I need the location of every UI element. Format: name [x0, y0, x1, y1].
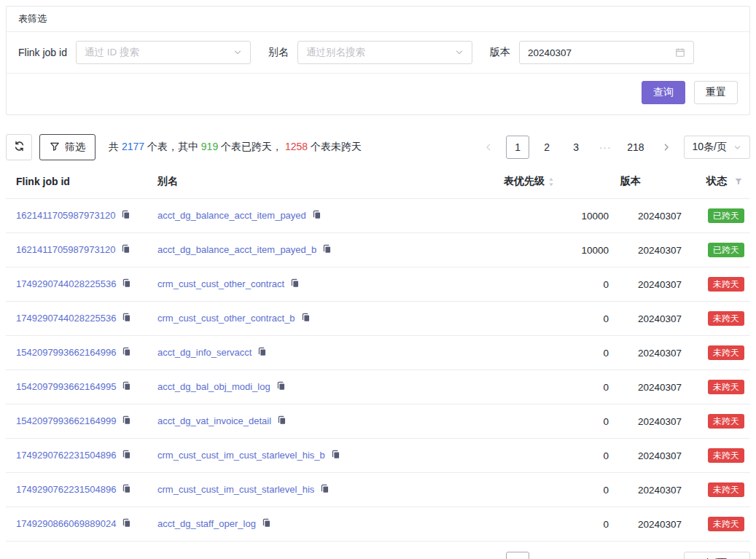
page-number-218[interactable]: 218	[623, 136, 648, 159]
page-number-3[interactable]: 3	[564, 552, 588, 559]
alias-link[interactable]: crm_cust_cust_other_contract	[157, 278, 284, 289]
alias-link[interactable]: acct_dg_balance_acct_item_payed_b	[157, 244, 316, 255]
sort-icon[interactable]	[547, 176, 555, 187]
flink-job-id-link[interactable]: 1542097993662164996	[16, 347, 116, 358]
alias-link[interactable]: acct_dg_bal_obj_modi_log	[157, 381, 270, 392]
priority-cell: 0	[498, 507, 615, 542]
column-version: 版本	[615, 166, 687, 199]
alias-link[interactable]: crm_cust_cust_im_cust_starlevel_his_b	[157, 450, 325, 461]
copy-icon[interactable]	[331, 450, 340, 461]
flink-job-id-link[interactable]: 1542097993662164999	[16, 415, 116, 426]
table-row: 1749290744028225536crm_cust_cust_other_c…	[6, 302, 750, 336]
status-cell: 未跨天	[687, 302, 750, 336]
table-header-row: Flink job id 别名 表优先级 版本 状态	[6, 166, 750, 199]
copy-icon[interactable]	[121, 210, 130, 222]
page-size-select[interactable]: 10条/页	[684, 552, 750, 559]
copy-icon[interactable]	[122, 381, 131, 393]
flink-job-id-link[interactable]: 1621411705987973120	[16, 210, 115, 221]
copy-icon[interactable]	[122, 278, 131, 290]
status-badge: 未跨天	[708, 517, 744, 531]
filter-toggle-button[interactable]: 筛选	[39, 134, 96, 160]
flink-job-id-link[interactable]: 1749290744028225536	[16, 313, 116, 324]
copy-icon[interactable]	[290, 278, 300, 290]
copy-icon[interactable]	[257, 347, 267, 359]
table-row: 1749290762231504896crm_cust_cust_im_cust…	[6, 473, 750, 507]
status-badge: 已跨天	[708, 208, 744, 223]
table-row: 1542097993662164995acct_dg_bal_obj_modi_…	[6, 370, 750, 404]
copy-icon[interactable]	[122, 484, 131, 496]
copy-icon[interactable]	[121, 244, 130, 256]
page-number-1[interactable]: 1	[506, 552, 529, 559]
flink-job-id-label: Flink job id	[18, 47, 67, 58]
next-page-button[interactable]	[655, 552, 678, 559]
page-number-1[interactable]: 1	[506, 136, 529, 159]
flink-job-id-link[interactable]: 1749290762231504896	[16, 484, 116, 495]
flink-job-id-link[interactable]: 1621411705987973120	[16, 244, 115, 255]
alias-link[interactable]: acct_dg_info_servacct	[157, 347, 252, 358]
page-size-select[interactable]: 10条/页	[684, 136, 750, 159]
priority-cell: 0	[498, 370, 615, 404]
table-body: 1621411705987973120acct_dg_balance_acct_…	[6, 199, 750, 542]
reset-button[interactable]: 重置	[694, 81, 738, 104]
status-cell: 未跨天	[687, 370, 750, 404]
column-label: 状态	[706, 175, 727, 188]
version-cell: 20240307	[615, 507, 687, 542]
flink-job-id-link[interactable]: 1542097993662164995	[16, 381, 116, 392]
copy-icon[interactable]	[276, 381, 286, 393]
flink-job-id-select[interactable]: 通过 ID 搜索	[76, 41, 251, 64]
column-flink-job-id: Flink job id	[6, 166, 152, 199]
status-filter-icon[interactable]	[734, 177, 743, 186]
copy-icon[interactable]	[122, 347, 131, 359]
flink-job-id-link[interactable]: 1749290744028225536	[16, 278, 116, 289]
flink-job-id-link[interactable]: 1749290866069889024	[16, 518, 116, 529]
summary-text: 共 2177 个表，其中 919 个表已跨天， 1258 个表未跨天	[109, 141, 362, 154]
column-label: 别名	[157, 175, 178, 187]
flink-job-id-link[interactable]: 1749290762231504896	[16, 450, 116, 461]
status-badge: 未跨天	[708, 380, 744, 394]
page-number-218[interactable]: 218	[623, 552, 648, 559]
alias-cell: crm_cust_cust_other_contract_b	[152, 302, 498, 336]
query-button[interactable]: 查询	[642, 81, 685, 104]
copy-icon[interactable]	[122, 518, 131, 530]
toolbar: 筛选 共 2177 个表，其中 919 个表已跨天， 1258 个表未跨天 12…	[6, 134, 750, 160]
alias-link[interactable]: acct_dg_staff_oper_log	[157, 518, 256, 529]
page-ellipsis[interactable]: ···	[593, 552, 617, 559]
version-date-input[interactable]: 20240307	[519, 41, 694, 64]
next-page-button[interactable]	[655, 136, 678, 159]
priority-cell: 0	[498, 404, 615, 439]
alias-link[interactable]: acct_dg_vat_invoice_detail	[157, 415, 271, 426]
page-ellipsis[interactable]: ···	[593, 136, 617, 159]
field-version: 版本 20240307	[490, 41, 694, 64]
alias-link[interactable]: crm_cust_cust_im_cust_starlevel_his	[157, 484, 314, 495]
filter-icon	[50, 141, 60, 154]
flink-job-id-cell: 1749290744028225536	[6, 302, 152, 336]
status-badge: 已跨天	[708, 243, 744, 257]
priority-cell: 0	[498, 302, 615, 336]
status-cell: 未跨天	[687, 507, 750, 542]
chevron-down-icon	[733, 144, 741, 152]
page-number-2[interactable]: 2	[535, 136, 558, 159]
prev-page-button[interactable]	[477, 136, 500, 159]
alias-link[interactable]: crm_cust_cust_other_contract_b	[157, 313, 295, 324]
alias-link[interactable]: acct_dg_balance_acct_item_payed	[157, 210, 306, 221]
status-cell: 未跨天	[687, 336, 750, 370]
page-number-2[interactable]: 2	[535, 552, 558, 559]
copy-icon[interactable]	[262, 518, 271, 530]
copy-icon[interactable]	[122, 450, 131, 461]
alias-select[interactable]: 通过别名搜索	[297, 41, 472, 64]
field-alias: 别名 通过别名搜索	[268, 41, 472, 64]
status-cell: 已跨天	[687, 199, 750, 233]
status-badge: 未跨天	[708, 414, 744, 429]
prev-page-button[interactable]	[477, 552, 500, 559]
copy-icon[interactable]	[122, 313, 131, 324]
copy-icon[interactable]	[301, 313, 311, 324]
copy-icon[interactable]	[322, 244, 332, 256]
copy-icon[interactable]	[122, 415, 131, 427]
page-number-3[interactable]: 3	[564, 136, 588, 159]
filter-card: 表筛选 Flink job id 通过 ID 搜索 别名 通过别名搜索	[6, 6, 750, 115]
copy-icon[interactable]	[320, 484, 330, 496]
copy-icon[interactable]	[312, 210, 322, 222]
copy-icon[interactable]	[277, 415, 287, 427]
refresh-button[interactable]	[6, 134, 32, 160]
filter-actions: 查询 重置	[7, 74, 749, 114]
